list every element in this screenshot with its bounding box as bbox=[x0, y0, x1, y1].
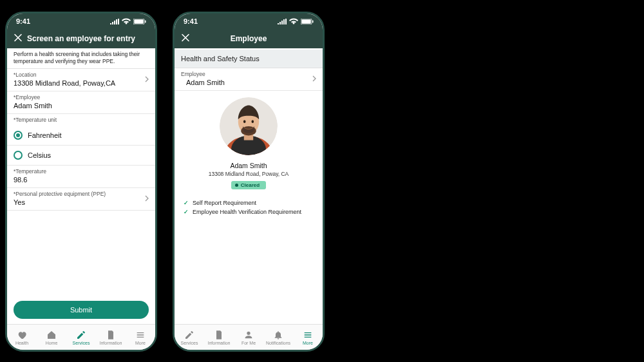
status-content: Health and Safety Status Employee Adam S… bbox=[175, 48, 323, 324]
employee-field[interactable]: *Employee Adam Smith bbox=[7, 91, 155, 114]
employee-value: Adam Smith bbox=[181, 79, 316, 86]
phone-screen-1: 9:41 Screen an employee for entry Perfor… bbox=[5, 12, 157, 352]
bell-icon bbox=[273, 330, 283, 340]
close-icon[interactable] bbox=[181, 33, 190, 44]
radio-icon-checked bbox=[14, 131, 23, 140]
wifi-icon bbox=[122, 18, 131, 24]
nav-title: Employee bbox=[181, 34, 316, 43]
ppe-label: *Personal protective equipment (PPE) bbox=[14, 191, 149, 197]
requirement-item: ✓ Self Report Requirement bbox=[184, 198, 314, 207]
svg-rect-2 bbox=[145, 20, 146, 23]
tab-home[interactable]: Home bbox=[37, 330, 66, 345]
profile-card: Adam Smith 13308 Midland Road, Poway, CA… bbox=[175, 91, 323, 196]
status-bar: 9:41 bbox=[175, 14, 323, 29]
close-icon[interactable] bbox=[14, 33, 23, 44]
nav-bar: Screen an employee for entry bbox=[7, 29, 155, 48]
radio-icon-unchecked bbox=[14, 151, 23, 160]
tab-services[interactable]: Services bbox=[175, 330, 204, 345]
tab-notifications[interactable]: Notifications bbox=[263, 330, 293, 345]
status-indicators bbox=[110, 18, 146, 24]
nav-bar: Employee bbox=[175, 29, 323, 48]
chevron-right-icon bbox=[145, 195, 149, 203]
employee-label: Employee bbox=[181, 71, 316, 77]
unit-label: *Temperature unit bbox=[14, 117, 149, 123]
status-indicators bbox=[278, 18, 314, 24]
svg-point-14 bbox=[252, 120, 254, 124]
requirements-list: ✓ Self Report Requirement ✓ Employee Hea… bbox=[175, 196, 323, 219]
wifi-icon bbox=[289, 18, 298, 24]
instructions-text: Perform a health screening that includes… bbox=[7, 48, 155, 69]
svg-rect-5 bbox=[312, 20, 314, 23]
form-content: Perform a health screening that includes… bbox=[7, 48, 155, 324]
tab-more[interactable]: More bbox=[126, 330, 155, 345]
phone-screen-2: 9:41 Employee Health and Safety Status E… bbox=[173, 12, 325, 352]
menu-icon bbox=[303, 330, 313, 340]
section-header: Health and Safety Status bbox=[175, 50, 323, 68]
ppe-value: Yes bbox=[14, 198, 149, 206]
location-value: 13308 Midland Road, Poway,CA bbox=[14, 79, 149, 87]
unit-field-header: *Temperature unit bbox=[7, 114, 155, 126]
location-label: *Location bbox=[14, 71, 149, 78]
svg-rect-4 bbox=[301, 19, 310, 23]
edit-icon bbox=[76, 330, 86, 340]
avatar bbox=[220, 97, 278, 155]
check-icon: ✓ bbox=[184, 200, 189, 206]
profile-name: Adam Smith bbox=[230, 162, 267, 169]
profile-address: 13308 Midland Road, Poway, CA bbox=[209, 171, 289, 177]
svg-point-13 bbox=[243, 120, 246, 124]
battery-icon bbox=[301, 19, 314, 24]
employee-label: *Employee bbox=[14, 94, 149, 100]
tab-bar: Health Home Services Information More bbox=[7, 324, 155, 350]
chevron-right-icon bbox=[145, 76, 149, 84]
status-bar: 9:41 bbox=[7, 14, 155, 29]
employee-value: Adam Smith bbox=[14, 102, 149, 110]
tab-more[interactable]: More bbox=[293, 330, 323, 345]
submit-button[interactable]: Submit bbox=[14, 301, 149, 319]
temperature-value: 98.6 bbox=[14, 176, 149, 184]
edit-icon bbox=[184, 330, 194, 340]
tab-information[interactable]: Information bbox=[204, 330, 234, 345]
signal-icon bbox=[278, 19, 287, 24]
tab-information[interactable]: Information bbox=[96, 330, 126, 345]
document-icon bbox=[214, 330, 224, 340]
tab-forme[interactable]: For Me bbox=[234, 330, 263, 345]
battery-icon bbox=[133, 19, 146, 24]
employee-field[interactable]: Employee Adam Smith bbox=[175, 68, 323, 91]
radio-label: Celsius bbox=[28, 151, 51, 159]
document-icon bbox=[106, 330, 116, 340]
check-icon: ✓ bbox=[184, 209, 189, 215]
radio-celsius[interactable]: Celsius bbox=[7, 146, 155, 166]
home-icon bbox=[46, 330, 57, 340]
temperature-label: *Temperature bbox=[14, 168, 149, 175]
temperature-field[interactable]: *Temperature 98.6 bbox=[7, 166, 155, 188]
menu-icon bbox=[135, 330, 146, 340]
signal-icon bbox=[110, 19, 119, 24]
ppe-field[interactable]: *Personal protective equipment (PPE) Yes bbox=[7, 188, 155, 211]
status-time: 9:41 bbox=[184, 17, 198, 25]
svg-rect-1 bbox=[134, 19, 143, 23]
tab-services[interactable]: Services bbox=[66, 330, 96, 345]
person-icon bbox=[243, 330, 254, 340]
status-badge: Cleared bbox=[231, 181, 266, 189]
location-field[interactable]: *Location 13308 Midland Road, Poway,CA bbox=[7, 69, 155, 91]
radio-fahrenheit[interactable]: Fahrenheit bbox=[7, 126, 155, 146]
tab-bar: Services Information For Me Notification… bbox=[175, 324, 323, 350]
radio-label: Fahrenheit bbox=[28, 131, 62, 139]
heart-icon bbox=[17, 330, 27, 340]
requirement-item: ✓ Employee Health Verification Requireme… bbox=[184, 207, 314, 216]
tab-health[interactable]: Health bbox=[7, 330, 37, 345]
nav-title: Screen an employee for entry bbox=[14, 34, 149, 43]
status-time: 9:41 bbox=[16, 17, 30, 25]
chevron-right-icon bbox=[312, 75, 316, 83]
